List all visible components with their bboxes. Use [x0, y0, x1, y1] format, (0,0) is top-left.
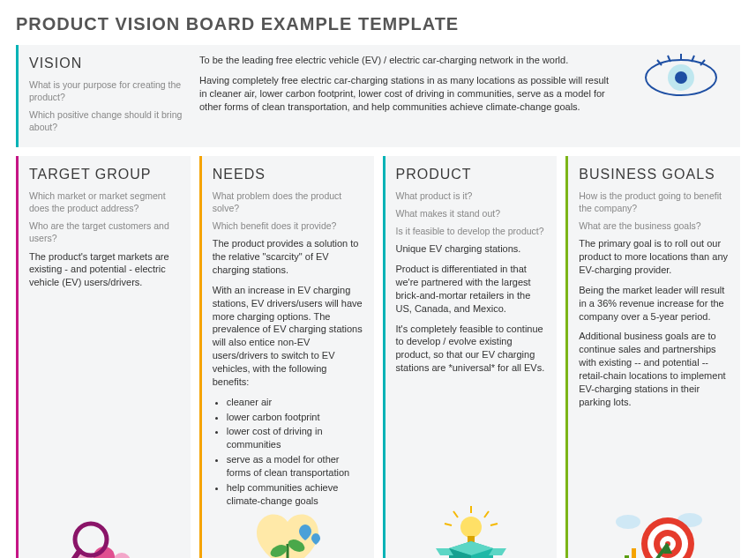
plant-heart-icon [213, 509, 363, 558]
product-column: PRODUCT What product is it? What makes i… [383, 156, 558, 558]
product-p2: Product is differentiated in that we're … [396, 263, 547, 315]
goals-p1: The primary goal is to roll out our prod… [579, 237, 730, 277]
vision-p2: Having completely free electric car-char… [199, 74, 617, 114]
target-title: TARGET GROUP [29, 165, 180, 184]
target-p1: The product's target markets are existin… [29, 250, 180, 290]
goals-q1: How is the product going to benefit the … [579, 190, 730, 214]
vision-title: VISION [29, 54, 183, 73]
product-q2: What makes it stand out? [396, 207, 547, 219]
vision-section: VISION What is your purpose for creating… [16, 45, 740, 147]
target-q2: Who are the target customers and users? [29, 219, 180, 244]
product-p1: Unique EV charging stations. [396, 242, 547, 256]
needs-q1: What problem does the product solve? [213, 190, 363, 214]
list-item: lower carbon footprint [227, 411, 363, 424]
needs-q2: Which benefit does it provide? [213, 219, 363, 232]
target-q1: Which market or market segment does the … [29, 190, 180, 214]
product-p3: It's completely feasible to continue to … [396, 323, 547, 375]
target-group-column: TARGET GROUP Which market or market segm… [16, 156, 191, 558]
page-title: PRODUCT VISION BOARD EXAMPLE TEMPLATE [16, 12, 740, 36]
svg-point-31 [616, 515, 640, 529]
goals-p2: Being the market leader will result in a… [579, 284, 730, 324]
target-growth-icon [579, 509, 730, 558]
needs-column: NEEDS What problem does the product solv… [199, 156, 374, 558]
svg-point-10 [113, 553, 131, 558]
list-item: serve as a model for other forms of clea… [227, 453, 363, 480]
svg-line-15 [66, 551, 79, 558]
vision-p1: To be the leading free electric vehicle … [199, 54, 617, 67]
svg-point-2 [675, 71, 687, 84]
svg-line-23 [490, 524, 498, 525]
vision-q2: Which positive change should it bring ab… [29, 108, 183, 133]
lightbulb-box-icon [396, 509, 547, 558]
eye-icon [632, 54, 730, 102]
needs-p1: The product provides a solution to the r… [213, 237, 363, 277]
vision-q1: What is your purpose for creating the pr… [29, 78, 183, 103]
svg-line-22 [445, 524, 452, 525]
columns-row: TARGET GROUP Which market or market segm… [16, 156, 740, 558]
goals-q2: What are the business goals? [579, 219, 730, 232]
product-q1: What product is it? [396, 190, 547, 202]
business-goals-column: BUSINESS GOALS How is the product going … [565, 156, 740, 558]
svg-line-21 [484, 511, 489, 517]
needs-bullets: cleaner air lower carbon footprint lower… [213, 396, 363, 508]
list-item: cleaner air [227, 396, 363, 409]
goals-p3: Additional business goals are to continu… [579, 330, 730, 408]
svg-rect-43 [632, 548, 636, 558]
needs-title: NEEDS [213, 165, 363, 184]
svg-point-24 [460, 517, 482, 538]
product-q3: Is it feasible to develop the product? [396, 225, 547, 237]
list-item: lower cost of driving in communities [227, 425, 363, 451]
goals-title: BUSINESS GOALS [579, 165, 730, 184]
product-title: PRODUCT [396, 165, 547, 184]
needs-p2: With an increase in EV charging stations… [213, 284, 363, 389]
svg-line-20 [453, 511, 458, 517]
people-magnifier-icon [29, 509, 180, 558]
list-item: help communities achieve climate-change … [227, 481, 363, 508]
